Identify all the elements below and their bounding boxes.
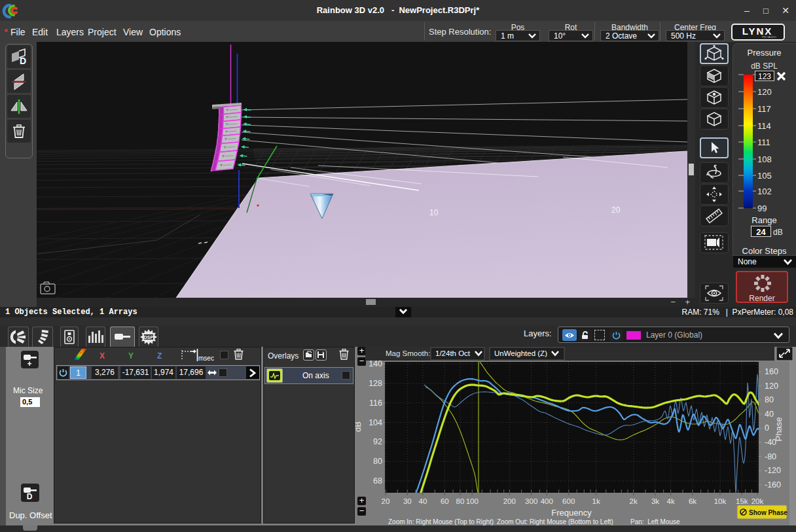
svg-text:200: 200 <box>503 497 516 505</box>
svg-text:120: 120 <box>765 381 778 391</box>
svg-text:Pan: Left Mouse: Pan: Left Mouse <box>630 518 680 525</box>
svg-text:Show Phase: Show Phase <box>749 509 787 516</box>
svg-text:6k: 6k <box>689 497 696 505</box>
svg-text:10: 10 <box>429 208 439 217</box>
svg-text:msec: msec <box>198 355 214 362</box>
svg-text:10k: 10k <box>714 497 727 505</box>
svg-text:0: 0 <box>765 423 769 433</box>
svg-text:Zoom Out: Right Mouse (Bottom: Zoom Out: Right Mouse (Bottom to Left) <box>497 518 613 525</box>
svg-text:160: 160 <box>765 367 778 376</box>
svg-text:100: 100 <box>466 497 479 505</box>
svg-text:15k: 15k <box>736 497 748 505</box>
svg-text:-120: -120 <box>765 466 781 475</box>
svg-text:DSP: DSP <box>144 335 154 340</box>
svg-text:1k: 1k <box>592 497 600 505</box>
svg-text:600: 600 <box>562 497 575 505</box>
svg-text:80: 80 <box>456 497 465 505</box>
svg-text:4k: 4k <box>667 497 675 505</box>
svg-text:80: 80 <box>373 457 382 466</box>
svg-text:1/24th Oct: 1/24th Oct <box>435 349 471 357</box>
svg-text:40: 40 <box>765 410 774 419</box>
svg-text:400: 400 <box>541 497 553 505</box>
svg-text:300: 300 <box>525 497 537 505</box>
svg-text:20k: 20k <box>751 497 764 505</box>
svg-text:20: 20 <box>382 497 390 505</box>
svg-text:104: 104 <box>369 418 382 427</box>
svg-text:Zoom In: Right Mouse (Top to R: Zoom In: Right Mouse (Top to Right) <box>388 518 494 525</box>
svg-text:60: 60 <box>441 497 449 505</box>
svg-text:3k: 3k <box>651 497 659 505</box>
svg-text:-80: -80 <box>765 452 776 461</box>
svg-text:128: 128 <box>369 379 382 388</box>
svg-text:40: 40 <box>419 497 427 505</box>
svg-text:-160: -160 <box>765 480 781 489</box>
svg-text:116: 116 <box>369 399 382 408</box>
svg-text:PRO AUDIO: PRO AUDIO <box>762 35 776 39</box>
svg-text:Phase: Phase <box>774 417 784 442</box>
svg-text:D: D <box>27 492 33 501</box>
svg-text:140: 140 <box>369 359 382 368</box>
svg-text:30: 30 <box>403 497 412 505</box>
svg-text:68: 68 <box>373 476 382 486</box>
svg-text:20: 20 <box>611 205 621 215</box>
svg-text:+: + <box>27 359 31 368</box>
svg-text:2k: 2k <box>630 497 638 505</box>
svg-text:Mag Smooth:: Mag Smooth: <box>386 349 430 357</box>
svg-text:80: 80 <box>765 395 774 404</box>
svg-text:UnWeighted (Z): UnWeighted (Z) <box>494 349 547 357</box>
svg-text:D: D <box>20 56 26 66</box>
svg-text:92: 92 <box>373 437 382 446</box>
svg-text:dB: dB <box>355 421 363 432</box>
svg-text:Frequency: Frequency <box>551 508 592 518</box>
